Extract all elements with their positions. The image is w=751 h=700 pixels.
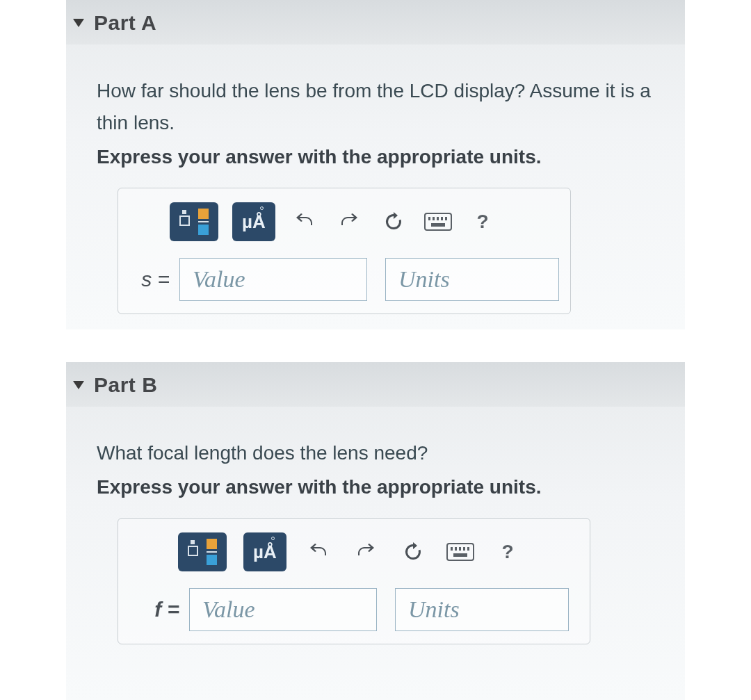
part-b-body: What focal length does the lens need? Ex… (66, 407, 685, 644)
part-a-body: How far should the lens be from the LCD … (66, 44, 685, 314)
redo-icon (355, 544, 376, 560)
redo-button[interactable] (334, 202, 364, 241)
part-a-header[interactable]: Part A (66, 0, 685, 44)
undo-button[interactable] (303, 532, 334, 571)
part-a-toolbar: µÅ ? (170, 202, 559, 241)
part-a-value-input[interactable]: Value (179, 258, 367, 301)
part-b-value-input[interactable]: Value (189, 588, 377, 631)
part-a-question: How far should the lens be from the LCD … (97, 75, 671, 139)
reset-button[interactable] (378, 202, 409, 241)
part-b-variable-label: f = (129, 598, 184, 621)
angstrom-ring-icon (260, 206, 264, 210)
part-b-header[interactable]: Part B (66, 362, 685, 407)
undo-icon (294, 213, 315, 230)
reset-button[interactable] (398, 532, 428, 571)
fraction-icon (179, 209, 209, 235)
redo-icon (339, 213, 360, 230)
caret-down-icon (73, 19, 84, 27)
part-b-toolbar: µÅ ? (178, 532, 579, 571)
units-symbols-button[interactable]: µÅ (232, 202, 275, 241)
undo-icon (308, 544, 329, 560)
help-button[interactable]: ? (467, 202, 498, 241)
keyboard-icon (424, 213, 452, 231)
part-b-hint: Express your answer with the appropriate… (97, 476, 671, 498)
part-b-answer-box: µÅ ? f = Value Un (118, 518, 590, 644)
part-a-variable-label: s = (129, 268, 174, 291)
reset-icon (383, 211, 404, 232)
caret-down-icon (73, 381, 84, 389)
templates-button[interactable] (178, 532, 227, 571)
keyboard-button[interactable] (423, 202, 453, 241)
help-button[interactable]: ? (492, 532, 523, 571)
keyboard-icon (446, 543, 474, 561)
fraction-icon (188, 539, 217, 565)
part-b-title: Part B (94, 373, 157, 397)
part-a-hint: Express your answer with the appropriate… (97, 146, 671, 168)
part-a-input-row: s = Value Units (129, 258, 559, 301)
reset-icon (403, 542, 423, 562)
templates-button[interactable] (170, 202, 218, 241)
part-b-panel: Part B What focal length does the lens n… (66, 362, 685, 700)
units-symbols-button[interactable]: µÅ (243, 532, 286, 571)
keyboard-button[interactable] (445, 532, 476, 571)
part-a-units-input[interactable]: Units (385, 258, 559, 301)
part-a-title: Part A (94, 11, 156, 35)
redo-button[interactable] (350, 532, 381, 571)
part-b-units-input[interactable]: Units (395, 588, 569, 631)
part-b-input-row: f = Value Units (129, 588, 579, 631)
angstrom-ring-icon (271, 537, 275, 540)
part-a-panel: Part A How far should the lens be from t… (66, 0, 685, 329)
undo-button[interactable] (289, 202, 320, 241)
part-b-question: What focal length does the lens need? (97, 437, 671, 469)
part-a-answer-box: µÅ ? s = Value Un (118, 188, 571, 314)
